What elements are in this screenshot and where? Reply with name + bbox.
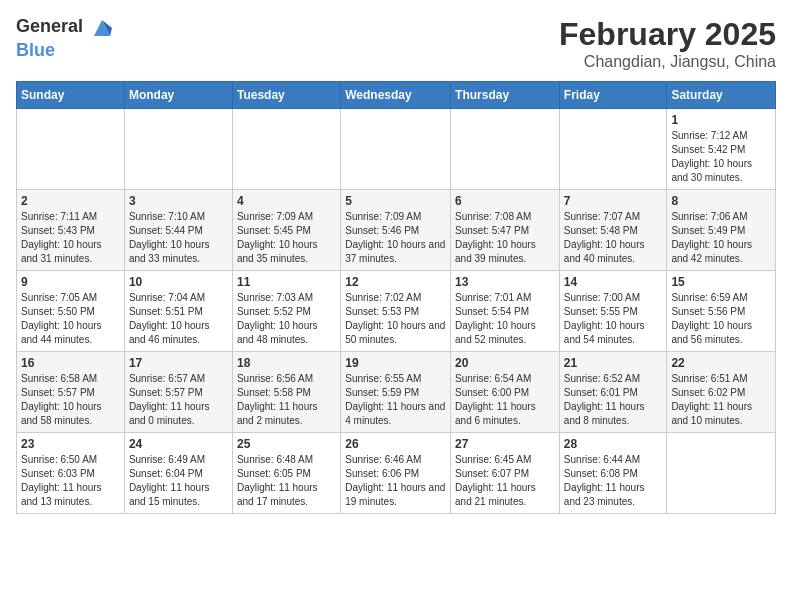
calendar-cell: 15Sunrise: 6:59 AM Sunset: 5:56 PM Dayli…	[667, 271, 776, 352]
week-row-1: 1Sunrise: 7:12 AM Sunset: 5:42 PM Daylig…	[17, 109, 776, 190]
calendar-cell: 6Sunrise: 7:08 AM Sunset: 5:47 PM Daylig…	[451, 190, 560, 271]
day-info: Sunrise: 6:46 AM Sunset: 6:06 PM Dayligh…	[345, 453, 446, 509]
day-info: Sunrise: 6:51 AM Sunset: 6:02 PM Dayligh…	[671, 372, 771, 428]
calendar-cell: 7Sunrise: 7:07 AM Sunset: 5:48 PM Daylig…	[559, 190, 667, 271]
day-number: 27	[455, 437, 555, 451]
day-header-friday: Friday	[559, 82, 667, 109]
title-area: February 2025 Changdian, Jiangsu, China	[559, 16, 776, 71]
calendar-cell: 27Sunrise: 6:45 AM Sunset: 6:07 PM Dayli…	[451, 433, 560, 514]
day-number: 25	[237, 437, 336, 451]
calendar-cell: 10Sunrise: 7:04 AM Sunset: 5:51 PM Dayli…	[124, 271, 232, 352]
calendar-cell: 8Sunrise: 7:06 AM Sunset: 5:49 PM Daylig…	[667, 190, 776, 271]
day-number: 17	[129, 356, 228, 370]
day-info: Sunrise: 6:54 AM Sunset: 6:00 PM Dayligh…	[455, 372, 555, 428]
day-header-tuesday: Tuesday	[232, 82, 340, 109]
month-title: February 2025	[559, 16, 776, 53]
day-number: 4	[237, 194, 336, 208]
calendar-cell	[451, 109, 560, 190]
header-row: SundayMondayTuesdayWednesdayThursdayFrid…	[17, 82, 776, 109]
day-info: Sunrise: 7:09 AM Sunset: 5:46 PM Dayligh…	[345, 210, 446, 266]
day-info: Sunrise: 7:05 AM Sunset: 5:50 PM Dayligh…	[21, 291, 120, 347]
calendar-cell: 21Sunrise: 6:52 AM Sunset: 6:01 PM Dayli…	[559, 352, 667, 433]
day-number: 2	[21, 194, 120, 208]
day-number: 13	[455, 275, 555, 289]
day-info: Sunrise: 6:45 AM Sunset: 6:07 PM Dayligh…	[455, 453, 555, 509]
day-number: 10	[129, 275, 228, 289]
calendar-cell: 9Sunrise: 7:05 AM Sunset: 5:50 PM Daylig…	[17, 271, 125, 352]
week-row-4: 16Sunrise: 6:58 AM Sunset: 5:57 PM Dayli…	[17, 352, 776, 433]
calendar-cell: 28Sunrise: 6:44 AM Sunset: 6:08 PM Dayli…	[559, 433, 667, 514]
day-number: 12	[345, 275, 446, 289]
calendar-header: SundayMondayTuesdayWednesdayThursdayFrid…	[17, 82, 776, 109]
calendar-cell: 16Sunrise: 6:58 AM Sunset: 5:57 PM Dayli…	[17, 352, 125, 433]
day-number: 24	[129, 437, 228, 451]
day-info: Sunrise: 6:56 AM Sunset: 5:58 PM Dayligh…	[237, 372, 336, 428]
day-info: Sunrise: 6:48 AM Sunset: 6:05 PM Dayligh…	[237, 453, 336, 509]
calendar-cell: 19Sunrise: 6:55 AM Sunset: 5:59 PM Dayli…	[341, 352, 451, 433]
day-number: 9	[21, 275, 120, 289]
calendar-table: SundayMondayTuesdayWednesdayThursdayFrid…	[16, 81, 776, 514]
calendar-cell	[667, 433, 776, 514]
calendar-cell: 2Sunrise: 7:11 AM Sunset: 5:43 PM Daylig…	[17, 190, 125, 271]
logo-blue: Blue	[16, 40, 55, 60]
day-number: 23	[21, 437, 120, 451]
calendar-cell: 24Sunrise: 6:49 AM Sunset: 6:04 PM Dayli…	[124, 433, 232, 514]
logo-general: General	[16, 16, 83, 36]
day-number: 22	[671, 356, 771, 370]
day-header-thursday: Thursday	[451, 82, 560, 109]
calendar-cell	[124, 109, 232, 190]
day-info: Sunrise: 6:58 AM Sunset: 5:57 PM Dayligh…	[21, 372, 120, 428]
day-number: 6	[455, 194, 555, 208]
day-info: Sunrise: 6:52 AM Sunset: 6:01 PM Dayligh…	[564, 372, 663, 428]
day-number: 19	[345, 356, 446, 370]
day-number: 7	[564, 194, 663, 208]
calendar-cell: 25Sunrise: 6:48 AM Sunset: 6:05 PM Dayli…	[232, 433, 340, 514]
day-number: 28	[564, 437, 663, 451]
day-number: 21	[564, 356, 663, 370]
day-number: 15	[671, 275, 771, 289]
day-number: 18	[237, 356, 336, 370]
calendar-cell: 5Sunrise: 7:09 AM Sunset: 5:46 PM Daylig…	[341, 190, 451, 271]
day-header-monday: Monday	[124, 82, 232, 109]
logo: General Blue	[16, 16, 114, 61]
week-row-2: 2Sunrise: 7:11 AM Sunset: 5:43 PM Daylig…	[17, 190, 776, 271]
calendar-cell: 17Sunrise: 6:57 AM Sunset: 5:57 PM Dayli…	[124, 352, 232, 433]
calendar-cell: 1Sunrise: 7:12 AM Sunset: 5:42 PM Daylig…	[667, 109, 776, 190]
calendar-cell	[17, 109, 125, 190]
calendar-cell: 4Sunrise: 7:09 AM Sunset: 5:45 PM Daylig…	[232, 190, 340, 271]
day-info: Sunrise: 7:11 AM Sunset: 5:43 PM Dayligh…	[21, 210, 120, 266]
day-number: 3	[129, 194, 228, 208]
calendar-cell: 23Sunrise: 6:50 AM Sunset: 6:03 PM Dayli…	[17, 433, 125, 514]
location-title: Changdian, Jiangsu, China	[559, 53, 776, 71]
day-info: Sunrise: 7:06 AM Sunset: 5:49 PM Dayligh…	[671, 210, 771, 266]
calendar-cell	[559, 109, 667, 190]
day-info: Sunrise: 7:08 AM Sunset: 5:47 PM Dayligh…	[455, 210, 555, 266]
day-header-wednesday: Wednesday	[341, 82, 451, 109]
calendar-cell: 18Sunrise: 6:56 AM Sunset: 5:58 PM Dayli…	[232, 352, 340, 433]
day-info: Sunrise: 6:59 AM Sunset: 5:56 PM Dayligh…	[671, 291, 771, 347]
week-row-5: 23Sunrise: 6:50 AM Sunset: 6:03 PM Dayli…	[17, 433, 776, 514]
day-info: Sunrise: 7:01 AM Sunset: 5:54 PM Dayligh…	[455, 291, 555, 347]
day-info: Sunrise: 6:57 AM Sunset: 5:57 PM Dayligh…	[129, 372, 228, 428]
day-info: Sunrise: 7:07 AM Sunset: 5:48 PM Dayligh…	[564, 210, 663, 266]
calendar-cell: 26Sunrise: 6:46 AM Sunset: 6:06 PM Dayli…	[341, 433, 451, 514]
day-info: Sunrise: 7:09 AM Sunset: 5:45 PM Dayligh…	[237, 210, 336, 266]
calendar-cell	[232, 109, 340, 190]
day-info: Sunrise: 6:44 AM Sunset: 6:08 PM Dayligh…	[564, 453, 663, 509]
calendar-cell: 12Sunrise: 7:02 AM Sunset: 5:53 PM Dayli…	[341, 271, 451, 352]
day-number: 16	[21, 356, 120, 370]
day-info: Sunrise: 7:04 AM Sunset: 5:51 PM Dayligh…	[129, 291, 228, 347]
day-info: Sunrise: 7:00 AM Sunset: 5:55 PM Dayligh…	[564, 291, 663, 347]
day-info: Sunrise: 6:49 AM Sunset: 6:04 PM Dayligh…	[129, 453, 228, 509]
day-number: 8	[671, 194, 771, 208]
calendar-body: 1Sunrise: 7:12 AM Sunset: 5:42 PM Daylig…	[17, 109, 776, 514]
day-info: Sunrise: 7:03 AM Sunset: 5:52 PM Dayligh…	[237, 291, 336, 347]
day-number: 11	[237, 275, 336, 289]
day-header-sunday: Sunday	[17, 82, 125, 109]
logo-icon	[90, 16, 114, 40]
day-number: 14	[564, 275, 663, 289]
day-number: 26	[345, 437, 446, 451]
calendar-cell: 13Sunrise: 7:01 AM Sunset: 5:54 PM Dayli…	[451, 271, 560, 352]
day-number: 5	[345, 194, 446, 208]
day-info: Sunrise: 7:12 AM Sunset: 5:42 PM Dayligh…	[671, 129, 771, 185]
